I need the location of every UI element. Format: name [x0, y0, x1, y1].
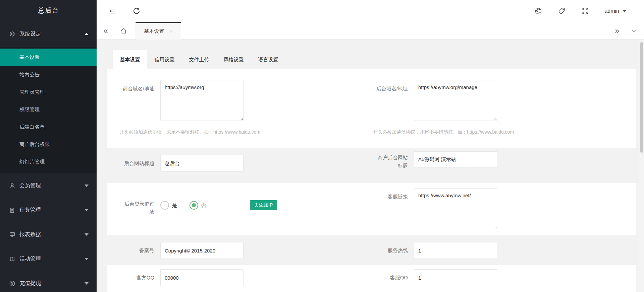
front-domain-label: 前台域名/地址 [119, 80, 154, 122]
sidebar-item-label: 充值提现 [19, 280, 41, 287]
double-chevron-right-icon: » [615, 27, 619, 35]
sidebar-item-backend-whitelist[interactable]: 后端白名单 [0, 118, 97, 136]
tabs-scroll-right-button[interactable]: » [611, 22, 623, 40]
user-menu[interactable]: admin [604, 8, 627, 14]
tabs-scroll-left-button[interactable]: « [97, 22, 115, 40]
sidebar-item-system-settings[interactable]: 系统设定 [0, 21, 97, 47]
sidebar-item-report-data[interactable]: 报表数据 [0, 222, 97, 247]
sidebar-item-admin-management[interactable]: 管理员管理 [0, 83, 97, 101]
sidebar-item-basic-settings[interactable]: 基本设置 [0, 49, 97, 66]
sidebar-item-label: 系统设定 [19, 30, 41, 38]
form-row-domains: 前台域名/地址 https://a5ymw.org 后台域名/地址 https:… [107, 69, 636, 148]
document-icon [9, 207, 15, 214]
yuan-icon [9, 280, 15, 287]
admin-site-title-label: 后台网站标题 [119, 155, 154, 172]
sidebar-item-member-management[interactable]: 会员管理 [0, 173, 97, 198]
close-tab-icon[interactable]: × [170, 28, 173, 34]
sidebar: 总后台 系统设定 基本设置 站内公告 管理员管理 权限管理 后端白名单 商户后台… [0, 0, 97, 292]
user-icon [9, 182, 15, 189]
system-settings-submenu: 基本设置 站内公告 管理员管理 权限管理 后端白名单 商户后台权限 幻灯片管理 [0, 47, 97, 173]
open-tabs-bar: « 基本设置 × » [97, 22, 644, 40]
double-chevron-left-icon: « [103, 27, 108, 35]
username: admin [604, 8, 619, 14]
sidebar-item-task-management[interactable]: 任务管理 [0, 198, 97, 222]
vertical-scrollbar[interactable] [639, 40, 644, 292]
content-area: 基本设置 信用设置 文件上传 风格设置 语言设置 前台域名/地址 https:/… [97, 40, 644, 292]
sidebar-item-activity-management[interactable]: 活动管理 [0, 247, 97, 271]
fullscreen-icon[interactable] [581, 7, 590, 15]
form-row-ip-filter: 后台登录IP过滤 是 否 去添加IP 客服链接 https://www.a5ym… [107, 183, 636, 235]
merchant-site-title-input[interactable] [414, 151, 497, 167]
sidebar-item-permission-management[interactable]: 权限管理 [0, 101, 97, 118]
sidebar-item-slideshow-management[interactable]: 幻灯片管理 [0, 153, 97, 170]
tab-style-settings[interactable]: 风格设置 [216, 50, 251, 69]
settings-card: 基本设置 信用设置 文件上传 风格设置 语言设置 前台域名/地址 https:/… [107, 50, 636, 292]
chevron-up-icon [85, 33, 89, 35]
admin-domain-help-text: 开头必须加通信协议，末尾不要留斜杠。如：https://www.baidu.co… [373, 129, 514, 135]
sidebar-item-label: 会员管理 [19, 182, 41, 189]
admin-site-title-input[interactable] [160, 155, 244, 172]
service-link-textarea[interactable]: https://www.a5ymw.net/ [414, 188, 497, 229]
scrollbar-thumb[interactable] [640, 42, 643, 153]
chevron-down-icon [85, 282, 89, 285]
icp-label: 备案号 [119, 242, 154, 259]
refresh-icon[interactable] [132, 7, 141, 15]
service-link-label: 客服链接 [373, 188, 408, 230]
tab-language-settings[interactable]: 语言设置 [251, 50, 285, 69]
chevron-down-icon [623, 10, 627, 12]
radio-no[interactable]: 否 [190, 201, 206, 210]
official-qq-label: 官方QQ [119, 269, 154, 286]
form-row-qq: 官方QQ 客服QQ [107, 265, 636, 292]
front-domain-help-text: 开头必须加通信协议，末尾不要留斜杠。如：https://www.baidu.co… [119, 129, 260, 135]
tab-credit-settings[interactable]: 信用设置 [147, 50, 182, 69]
chevron-down-icon [85, 209, 89, 211]
book-icon [9, 256, 15, 263]
tab-basic-settings[interactable]: 基本设置 [113, 50, 147, 69]
palette-icon[interactable] [534, 7, 543, 15]
collapse-sidebar-icon[interactable] [108, 7, 117, 15]
hotline-label: 服务热线 [373, 242, 408, 259]
sidebar-item-recharge-withdraw[interactable]: 充值提现 [0, 271, 97, 292]
tabs-menu-button[interactable] [628, 22, 640, 40]
open-tab-basic-settings[interactable]: 基本设置 × [136, 22, 181, 40]
chevron-down-icon [85, 233, 89, 236]
topbar: admin [97, 0, 644, 22]
home-icon [120, 27, 127, 34]
form-row-icp: 备案号 服务热线 [107, 235, 636, 265]
chevron-down-icon [85, 185, 89, 187]
chart-board-icon [9, 231, 15, 238]
sidebar-item-merchant-backend-permission[interactable]: 商户后台权限 [0, 136, 97, 153]
home-tab-button[interactable] [115, 22, 133, 40]
admin-domain-textarea[interactable]: https://a5ymw.org/manage [414, 80, 497, 121]
radio-circle [160, 201, 169, 210]
tab-file-upload[interactable]: 文件上传 [182, 50, 216, 69]
sidebar-item-site-notice[interactable]: 站内公告 [0, 66, 97, 83]
radio-yes[interactable]: 是 [160, 201, 177, 210]
form-row-site-titles: 后台网站标题 商户后台网站标题 [107, 148, 636, 183]
app-title: 总后台 [0, 0, 97, 21]
admin-domain-label: 后台域名/地址 [373, 80, 408, 122]
merchant-site-title-label: 商户后台网站标题 [373, 151, 408, 170]
service-qq-label: 客服QQ [373, 269, 408, 286]
gear-icon [9, 31, 15, 38]
sidebar-item-label: 报表数据 [19, 231, 41, 238]
tag-icon[interactable] [557, 7, 566, 15]
chevron-down-icon [631, 28, 637, 33]
sidebar-item-label: 活动管理 [19, 256, 41, 263]
official-qq-input[interactable] [160, 269, 244, 286]
icp-input[interactable] [160, 242, 244, 259]
radio-circle [190, 201, 198, 210]
front-domain-textarea[interactable]: https://a5ymw.org [160, 80, 244, 121]
chevron-down-icon [85, 258, 89, 260]
service-qq-input[interactable] [414, 269, 497, 286]
hotline-input[interactable] [414, 242, 497, 259]
settings-tabs: 基本设置 信用设置 文件上传 风格设置 语言设置 [107, 50, 636, 69]
ip-filter-label: 后台登录IP过滤 [119, 200, 154, 216]
add-ip-button[interactable]: 去添加IP [250, 200, 277, 210]
sidebar-item-label: 任务管理 [19, 207, 41, 214]
